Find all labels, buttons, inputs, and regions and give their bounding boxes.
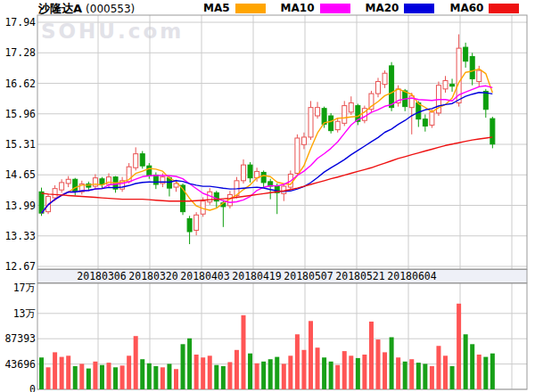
volume-bar <box>201 357 205 389</box>
volume-bar <box>376 339 381 389</box>
candle-body <box>470 56 474 78</box>
candle-body <box>147 166 152 175</box>
volume-bar <box>309 321 313 389</box>
ma-line-ma10 <box>42 86 493 213</box>
volume-bar <box>362 355 366 389</box>
candle-body <box>416 102 421 118</box>
volume-bar <box>235 350 239 389</box>
candle-body <box>376 82 381 94</box>
volume-bar <box>390 338 394 389</box>
volume-axis-label: 13万 <box>13 307 36 320</box>
volume-bar <box>214 365 218 389</box>
volume-bar <box>248 354 252 389</box>
candle-body <box>73 179 78 192</box>
stock-chart-window: 沙隆达A(000553) MA5MA10MA20MA60 SOHU.com 17… <box>0 0 535 392</box>
volume-bar <box>369 322 374 389</box>
volume-bar <box>86 369 91 389</box>
volume-bar <box>140 359 144 389</box>
volume-bar <box>316 347 320 389</box>
volume-bar <box>242 315 246 389</box>
candle-body <box>464 47 468 61</box>
volume-axis-label: 17万 <box>13 282 36 294</box>
volume-bar <box>457 304 461 389</box>
volume-axis-label: 43696 <box>4 358 36 371</box>
candle-body <box>93 178 97 186</box>
date-axis-label: 20180521 <box>335 270 384 282</box>
candle-body <box>140 154 144 167</box>
ma-line-ma5 <box>42 69 493 213</box>
volume-bar <box>470 344 474 389</box>
volume-bar <box>423 363 427 389</box>
volume-bar <box>464 334 468 389</box>
candle-body <box>53 189 57 198</box>
volume-bar <box>187 339 192 389</box>
price-axis-label: 13.33 <box>4 230 36 242</box>
volume-bar <box>181 344 185 389</box>
price-axis-label: 12.67 <box>4 260 36 273</box>
volume-bar <box>275 357 279 389</box>
candle-body <box>335 121 340 129</box>
volume-axis-label: 0 <box>29 383 36 392</box>
volume-bar <box>288 355 292 389</box>
candle-body <box>194 215 199 230</box>
ma-line-ma60 <box>42 137 493 201</box>
volume-bar <box>255 363 259 389</box>
price-axis-label: 15.31 <box>4 138 36 151</box>
volume-bar <box>416 363 421 389</box>
date-axis-label: 20180320 <box>128 270 177 282</box>
candle-body <box>248 165 252 178</box>
volume-bar <box>268 359 273 389</box>
candle-body <box>187 218 192 232</box>
candle-body <box>301 137 306 144</box>
candle-body <box>39 192 44 213</box>
date-axis-label: 20180604 <box>387 270 436 282</box>
volume-bar <box>436 346 440 389</box>
volume-axis-label: 87393 <box>4 332 36 345</box>
volume-bar <box>295 334 300 389</box>
candle-body <box>349 102 353 111</box>
date-axis-label: 20180306 <box>77 270 126 282</box>
date-axis-label: 20180507 <box>284 270 333 282</box>
candle-body <box>309 108 313 137</box>
price-axis-label: 15.96 <box>4 108 36 120</box>
volume-bar <box>403 362 407 389</box>
volume-bar <box>301 350 306 389</box>
candle-body <box>477 70 482 81</box>
volume-bar <box>450 366 455 389</box>
volume-bar <box>73 366 78 389</box>
candle-body <box>242 165 246 181</box>
price-axis-label: 14.65 <box>4 168 36 181</box>
price-axis-label: 13.99 <box>4 200 36 212</box>
candlestick-chart: 17.9417.2816.6215.9615.3114.6513.9913.33… <box>0 0 535 392</box>
candle-body <box>153 176 158 184</box>
volume-bar <box>107 363 111 389</box>
volume-bar <box>147 363 152 389</box>
volume-bar <box>335 365 340 389</box>
candle-body <box>423 119 427 127</box>
volume-bar <box>167 363 171 389</box>
volume-bar <box>409 359 414 389</box>
candle-body <box>483 91 488 109</box>
volume-bar <box>483 357 488 389</box>
candle-body <box>390 66 394 108</box>
volume-bar <box>443 355 448 389</box>
candle-body <box>134 154 138 168</box>
volume-bar <box>60 357 64 389</box>
volume-bar <box>477 355 482 389</box>
volume-bar <box>53 352 57 389</box>
volume-bar <box>46 367 51 389</box>
candle-body <box>261 172 266 182</box>
volume-bar <box>356 358 360 389</box>
volume-bar <box>396 357 400 389</box>
candle-body <box>443 81 448 89</box>
price-axis-label: 17.94 <box>4 16 36 29</box>
date-axis-label: 20180403 <box>180 270 229 282</box>
volume-bar <box>227 362 232 389</box>
volume-bar <box>79 363 84 389</box>
candle-body <box>450 85 455 86</box>
volume-bar <box>322 357 326 389</box>
volume-bar <box>383 352 387 389</box>
volume-bar <box>430 366 434 389</box>
candle-body <box>490 118 495 144</box>
volume-bar <box>100 365 104 389</box>
